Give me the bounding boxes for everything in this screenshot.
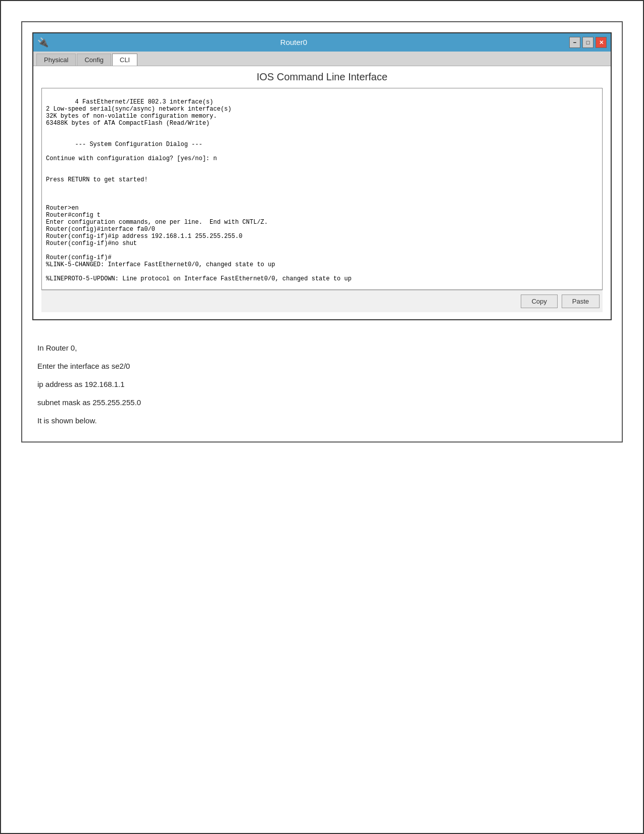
title-bar: 🔌 Router0 − □ ✕ bbox=[33, 33, 611, 52]
maximize-button[interactable]: □ bbox=[582, 37, 593, 48]
desc-line-2: ip address as 192.168.1.1 bbox=[37, 377, 612, 392]
cli-heading: IOS Command Line Interface bbox=[41, 71, 603, 83]
paste-button[interactable]: Paste bbox=[562, 295, 600, 308]
desc-line-4: It is shown below. bbox=[37, 413, 612, 428]
minimize-button[interactable]: − bbox=[569, 37, 580, 48]
title-bar-left: 🔌 bbox=[37, 37, 48, 48]
terminal-text: 4 FastEthernet/IEEE 802.3 interface(s) 2… bbox=[46, 99, 352, 290]
close-button[interactable]: ✕ bbox=[596, 37, 607, 48]
title-bar-controls: − □ ✕ bbox=[569, 37, 607, 48]
copy-button[interactable]: Copy bbox=[521, 295, 557, 308]
router-window: 🔌 Router0 − □ ✕ Physical Config CLI bbox=[32, 32, 612, 320]
desc-line-3: subnet mask as 255.255.255.0 bbox=[37, 395, 612, 410]
router-icon: 🔌 bbox=[37, 37, 48, 48]
outer-wrapper: 🔌 Router0 − □ ✕ Physical Config CLI bbox=[21, 21, 623, 443]
window-title: Router0 bbox=[280, 38, 337, 46]
terminal-output[interactable]: 4 FastEthernet/IEEE 802.3 interface(s) 2… bbox=[41, 88, 603, 290]
desc-line-1: Enter the interface as se2/0 bbox=[37, 359, 612, 374]
description-block: In Router 0, Enter the interface as se2/… bbox=[32, 335, 612, 428]
button-row: Copy Paste bbox=[41, 290, 603, 312]
tab-physical[interactable]: Physical bbox=[36, 54, 76, 66]
tab-cli[interactable]: CLI bbox=[112, 54, 137, 66]
title-bar-center: Router0 bbox=[48, 38, 569, 47]
desc-line-0: In Router 0, bbox=[37, 340, 612, 356]
tab-bar: Physical Config CLI bbox=[33, 52, 611, 66]
cli-section: IOS Command Line Interface 4 FastEtherne… bbox=[33, 66, 611, 319]
tab-config[interactable]: Config bbox=[77, 54, 111, 66]
